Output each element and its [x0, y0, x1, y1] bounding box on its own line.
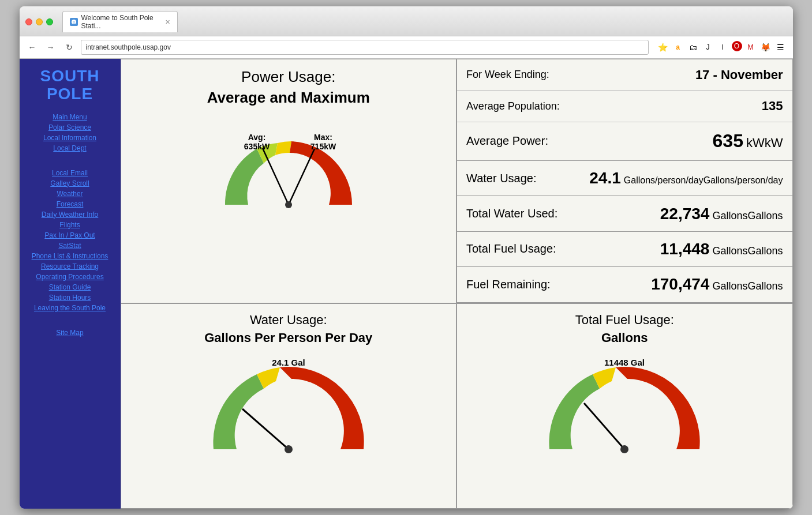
- avg-label: Avg:: [248, 133, 265, 142]
- active-tab[interactable]: S Welcome to South Pole Stati... ✕: [62, 11, 178, 32]
- sidebar-item-operating-procedures[interactable]: Operating Procedures: [23, 272, 118, 282]
- browser-toolbar: ← → ↻ ⭐ a 🗂 J I O M 🦊 ☰: [20, 36, 793, 59]
- gauge-center-dot: [285, 201, 292, 208]
- max-value-label: 715kW: [310, 142, 336, 151]
- sidebar-item-satstat[interactable]: SatStat: [23, 240, 118, 251]
- total-water-label: Total Water Used:: [457, 196, 573, 231]
- avg-power-row: Average Power: 635 kWkW: [457, 122, 792, 160]
- max-needle: [289, 149, 315, 205]
- refresh-button[interactable]: ↻: [62, 40, 76, 54]
- max-label: Max:: [314, 133, 332, 142]
- week-ending-label: For Week Ending:: [457, 59, 573, 91]
- browser-content: SOUTH POLE Main Menu Polar Science Local…: [20, 59, 793, 509]
- fuel-remaining-label: Fuel Remaining:: [457, 267, 573, 302]
- water-gauge-center: [285, 445, 293, 453]
- avg-pop-row: Average Population: 135: [457, 91, 792, 122]
- fuel-remaining-row: Fuel Remaining: 170,474 GallonsGallons: [457, 267, 792, 302]
- fuel-subtitle: Gallons: [601, 330, 648, 345]
- total-fuel-value: 11,448 GallonsGallons: [573, 231, 792, 266]
- tab-close-icon[interactable]: ✕: [165, 18, 170, 26]
- sidebar-item-daily-weather[interactable]: Daily Weather Info: [23, 209, 118, 220]
- stats-table: For Week Ending: 17 - November Average P…: [457, 59, 792, 303]
- sidebar-item-site-map[interactable]: Site Map: [23, 328, 118, 338]
- fuel-gauge-label: 11448 Gal: [604, 358, 645, 367]
- avg-needle: [263, 148, 289, 205]
- o-icon[interactable]: O: [732, 41, 742, 51]
- sidebar-item-station-hours[interactable]: Station Hours: [23, 292, 118, 303]
- water-usage-value: 24.1 Gallons/person/dayGallons/person/da…: [573, 160, 792, 196]
- sidebar-item-forecast[interactable]: Forecast: [23, 199, 118, 209]
- close-button[interactable]: [25, 18, 32, 25]
- sidebar-secondary-links: Local Email Galley Scroll Weather Foreca…: [23, 168, 118, 313]
- sidebar-item-station-guide[interactable]: Station Guide: [23, 282, 118, 292]
- avg-power-value: 635 kWkW: [573, 122, 792, 160]
- tab-favicon: S: [70, 18, 78, 26]
- sidebar-item-local-dept[interactable]: Local Dept: [23, 143, 118, 153]
- browser-tabs: S Welcome to South Pole Stati... ✕: [62, 11, 178, 32]
- sidebar-item-galley-scroll[interactable]: Galley Scroll: [23, 178, 118, 189]
- water-gauge-quadrant: Water Usage: Gallons Per Person Per Day: [121, 303, 457, 509]
- sidebar-primary-links: Main Menu Polar Science Local Informatio…: [23, 112, 118, 153]
- browser-titlebar: S Welcome to South Pole Stati... ✕: [20, 6, 793, 36]
- fuel-gauge-wrapper: 11448 Gal: [538, 351, 711, 467]
- maximize-button[interactable]: [46, 18, 53, 25]
- sidebar-item-local-information[interactable]: Local Information: [23, 133, 118, 143]
- power-subtitle: Average and Maximum: [207, 89, 370, 107]
- total-water-value: 22,734 GallonsGallons: [573, 196, 792, 231]
- power-gauge-quadrant: Power Usage: Average and Maximum: [121, 59, 457, 303]
- window-controls: S Welcome to South Pole Stati... ✕: [25, 11, 787, 32]
- j-icon[interactable]: J: [702, 41, 714, 54]
- amazon-icon[interactable]: a: [672, 41, 684, 54]
- water-usage-label: Water Usage:: [457, 160, 573, 196]
- menu-icon[interactable]: ☰: [774, 41, 787, 54]
- layers-icon[interactable]: 🗂: [687, 41, 699, 54]
- i-icon[interactable]: I: [717, 41, 729, 54]
- browser-window: S Welcome to South Pole Stati... ✕ ← → ↻…: [20, 6, 793, 509]
- sidebar-item-main-menu[interactable]: Main Menu: [23, 112, 118, 122]
- total-fuel-row: Total Fuel Usage: 11,448 GallonsGallons: [457, 231, 792, 266]
- fuel-gauge-quadrant: Total Fuel Usage: Gallons 11448 Gal: [456, 303, 793, 509]
- power-title: Power Usage:: [241, 68, 335, 86]
- avg-pop-value: 135: [573, 91, 792, 122]
- power-gauge-wrapper: Avg: 635kW Max: 715kW: [202, 112, 375, 219]
- water-gauge-svg: 24.1 Gal: [202, 351, 375, 467]
- flame-icon[interactable]: 🦊: [759, 41, 772, 54]
- fuel-gauge-svg: 11448 Gal: [538, 351, 711, 467]
- back-button[interactable]: ←: [25, 40, 39, 54]
- water-usage-row: Water Usage: 24.1 Gallons/person/dayGall…: [457, 160, 792, 196]
- address-bar[interactable]: [81, 40, 649, 55]
- avg-value-label: 635kW: [244, 142, 270, 151]
- stats-quadrant: For Week Ending: 17 - November Average P…: [456, 59, 793, 303]
- avg-power-label: Average Power:: [457, 122, 573, 160]
- toolbar-icons: ⭐ a 🗂 J I O M 🦊 ☰: [657, 41, 787, 54]
- bookmark-star-icon[interactable]: ⭐: [657, 41, 669, 54]
- water-subtitle: Gallons Per Person Per Day: [204, 330, 372, 345]
- fuel-remaining-value: 170,474 GallonsGallons: [573, 267, 792, 302]
- water-title: Water Usage:: [250, 313, 327, 328]
- avg-pop-label: Average Population:: [457, 91, 573, 122]
- sidebar-footer-links: Site Map: [23, 328, 118, 338]
- sidebar-item-flights[interactable]: Flights: [23, 220, 118, 230]
- sidebar-item-phone-list[interactable]: Phone List & Instructions: [23, 251, 118, 261]
- main-content: Power Usage: Average and Maximum: [121, 59, 793, 509]
- sidebar-item-local-email[interactable]: Local Email: [23, 168, 118, 178]
- svg-text:S: S: [72, 21, 74, 24]
- total-fuel-label: Total Fuel Usage:: [457, 231, 573, 266]
- sidebar-logo: SOUTH POLE: [40, 67, 100, 103]
- water-gauge-wrapper: 24.1 Gal: [202, 351, 375, 467]
- fuel-title: Total Fuel Usage:: [575, 313, 674, 328]
- sidebar-item-leaving-south[interactable]: Leaving the South Pole: [23, 303, 118, 313]
- sidebar-item-resource-tracking[interactable]: Resource Tracking: [23, 261, 118, 272]
- forward-button[interactable]: →: [44, 40, 58, 54]
- fuel-needle: [584, 403, 624, 449]
- sidebar-item-polar-science[interactable]: Polar Science: [23, 122, 118, 133]
- sidebar-item-pax[interactable]: Pax In / Pax Out: [23, 230, 118, 240]
- tab-title: Welcome to South Pole Stati...: [81, 14, 158, 30]
- gmail-icon[interactable]: M: [744, 41, 757, 54]
- sidebar-item-weather[interactable]: Weather: [23, 189, 118, 199]
- total-water-row: Total Water Used: 22,734 GallonsGallons: [457, 196, 792, 231]
- fuel-gauge-center: [620, 445, 628, 453]
- sidebar: SOUTH POLE Main Menu Polar Science Local…: [20, 59, 121, 509]
- minimize-button[interactable]: [36, 18, 43, 25]
- water-needle: [242, 409, 289, 449]
